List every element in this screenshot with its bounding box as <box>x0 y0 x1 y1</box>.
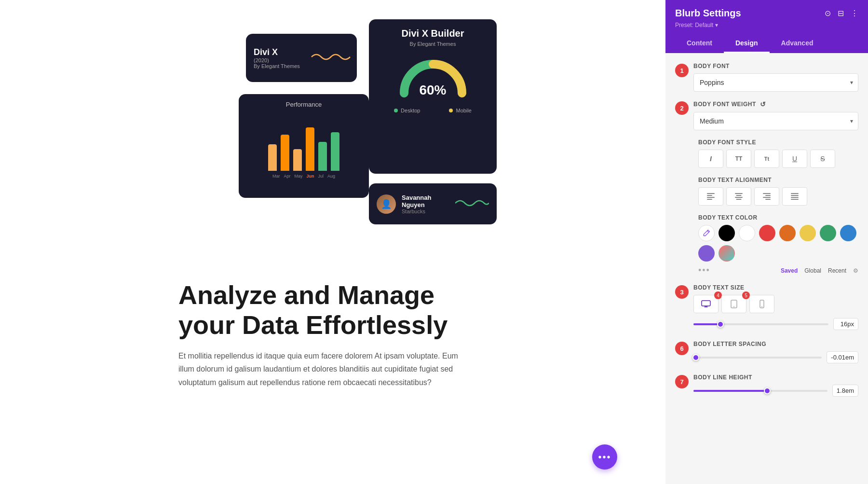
style-buttons: I TT Tt U S <box>698 150 858 168</box>
builder-title: Divi X Builder <box>401 28 464 39</box>
gradient-swatch[interactable] <box>719 245 735 262</box>
black-swatch[interactable] <box>719 225 735 241</box>
performance-card: Performance <box>239 94 369 198</box>
uppercase-btn[interactable]: TT <box>726 150 751 168</box>
body-line-height-section: Body Line Height 1.8em <box>693 374 858 399</box>
reset-weight-icon[interactable]: ↺ <box>760 100 766 108</box>
month-mar: Mar <box>272 174 280 179</box>
yellow-swatch[interactable] <box>800 225 816 241</box>
body-font-style-section: Body Font Style I TT Tt U S <box>698 139 858 168</box>
fab-button[interactable]: ••• <box>592 444 617 470</box>
month-apr: Apr <box>284 174 290 179</box>
desktop-item: Desktop <box>394 108 420 113</box>
mobile-dot <box>449 109 453 112</box>
bar-item-may <box>293 149 302 171</box>
line-height-thumb[interactable] <box>764 387 771 394</box>
step-2-badge: 2 <box>675 101 689 115</box>
align-left-btn[interactable] <box>698 187 723 206</box>
align-center-btn[interactable] <box>726 187 751 206</box>
body-text-alignment-section: Body Text Alignment <box>698 177 858 206</box>
body-text-size-section: Body Text Size 4 5 <box>693 284 858 332</box>
settings-body: 1 Body Font Poppins Roboto Open Sans Lat… <box>665 53 868 484</box>
step-5-badge-inline: 5 <box>742 291 750 299</box>
white-swatch[interactable] <box>739 225 755 241</box>
target-icon[interactable]: ⊙ <box>825 9 831 18</box>
panel-header: Blurb Settings ⊙ ⊟ ⋮ Preset: Default ▾ C… <box>665 0 868 53</box>
profile-card: 👤 Savannah Nguyen Starbucks <box>369 183 497 224</box>
align-right-btn[interactable] <box>754 187 779 206</box>
desktop-size-btn[interactable]: 4 <box>693 295 719 313</box>
svg-rect-6 <box>735 197 743 198</box>
step-7-badge: 7 <box>675 375 689 388</box>
tab-content[interactable]: Content <box>675 34 724 53</box>
panel-icons: ⊙ ⊟ ⋮ <box>825 9 858 18</box>
recent-tab[interactable]: Recent <box>828 267 846 274</box>
line-height-track[interactable] <box>693 390 827 392</box>
color-swatches-row <box>698 225 858 262</box>
global-tab[interactable]: Global <box>804 267 821 274</box>
svg-point-20 <box>761 306 762 307</box>
svg-rect-16 <box>702 301 710 306</box>
device-icons: 4 5 <box>693 295 858 313</box>
text-size-track[interactable] <box>693 323 828 325</box>
orange-swatch[interactable] <box>779 225 796 241</box>
panel-header-top: Blurb Settings ⊙ ⊟ ⋮ <box>675 8 858 19</box>
italic-btn[interactable]: I <box>698 150 723 168</box>
builder-sub: By Elegant Themes <box>410 41 456 47</box>
capitalize-btn[interactable]: Tt <box>754 150 779 168</box>
performance-title: Performance <box>245 101 362 108</box>
purple-swatch[interactable] <box>698 245 715 262</box>
body-text-size-slider[interactable]: 16px <box>693 318 858 330</box>
body-font-weight-select[interactable]: Thin Light Regular Medium Bold Extra Bol… <box>694 112 858 130</box>
mockup-area: Divi X (2020) By Elegant Themes Performa… <box>149 19 516 265</box>
blue-swatch[interactable] <box>840 225 856 241</box>
profile-company: Starbucks <box>402 208 449 214</box>
eyedropper-swatch[interactable] <box>698 225 715 241</box>
saved-tab[interactable]: Saved <box>781 267 798 274</box>
red-swatch[interactable] <box>759 225 775 241</box>
underline-btn[interactable]: U <box>782 150 807 168</box>
body-line-height-slider[interactable]: 1.8em <box>693 385 858 397</box>
months-row: Mar Apr May Jun Jul Aug <box>245 174 362 179</box>
body-font-select[interactable]: Poppins Roboto Open Sans Lato Montserrat <box>694 74 858 91</box>
tab-design[interactable]: Design <box>724 34 770 53</box>
body-text-size-label: Body Text Size <box>693 284 858 291</box>
tabs-row: Content Design Advanced <box>675 34 858 53</box>
step-4-badge-inline: 4 <box>714 291 722 299</box>
color-tabs: Saved Global Recent ⚙ <box>781 267 858 274</box>
body-letter-spacing-section: Body Letter Spacing -0.01em <box>693 341 858 365</box>
body-letter-spacing-label: Body Letter Spacing <box>693 341 858 347</box>
bar-item-aug <box>331 132 339 171</box>
body-letter-spacing-slider[interactable]: -0.01em <box>693 351 858 363</box>
mobile-size-btn[interactable] <box>749 295 774 313</box>
body-line-height-row: 7 Body Line Height 1.8em <box>675 374 858 399</box>
left-panel: Divi X (2020) By Elegant Themes Performa… <box>0 0 665 484</box>
desktop-label: Desktop <box>401 108 420 113</box>
tab-advanced[interactable]: Advanced <box>770 34 825 53</box>
letter-spacing-track[interactable] <box>693 357 822 359</box>
tablet-size-btn[interactable]: 5 <box>721 295 746 313</box>
body-font-row: 1 Body Font Poppins Roboto Open Sans Lat… <box>675 63 858 92</box>
line-height-value: 1.8em <box>832 385 858 397</box>
color-settings-icon[interactable]: ⚙ <box>853 267 858 274</box>
bar-aug <box>331 132 339 171</box>
text-size-value: 16px <box>833 318 858 330</box>
body-font-weight-select-wrapper: Thin Light Regular Medium Bold Extra Bol… <box>693 112 858 130</box>
align-justify-btn[interactable] <box>782 187 807 206</box>
more-colors-dots[interactable]: ••• <box>698 265 710 276</box>
svg-rect-15 <box>791 199 799 200</box>
svg-rect-12 <box>791 193 799 194</box>
text-size-thumb[interactable] <box>717 321 724 328</box>
more-icon[interactable]: ⋮ <box>851 9 858 18</box>
step-3-badge: 3 <box>675 285 689 299</box>
body-font-style-row: Body Font Style I TT Tt U S <box>675 139 858 168</box>
body-line-height-label: Body Line Height <box>693 374 858 381</box>
green-swatch[interactable] <box>820 225 836 241</box>
strikethrough-btn[interactable]: S <box>810 150 835 168</box>
panel-title: Blurb Settings <box>675 8 741 19</box>
preset-text[interactable]: Preset: Default ▾ <box>675 22 858 28</box>
columns-icon[interactable]: ⊟ <box>838 9 844 18</box>
month-may: May <box>294 174 302 179</box>
letter-spacing-thumb[interactable] <box>692 354 699 361</box>
svg-rect-10 <box>763 197 771 198</box>
